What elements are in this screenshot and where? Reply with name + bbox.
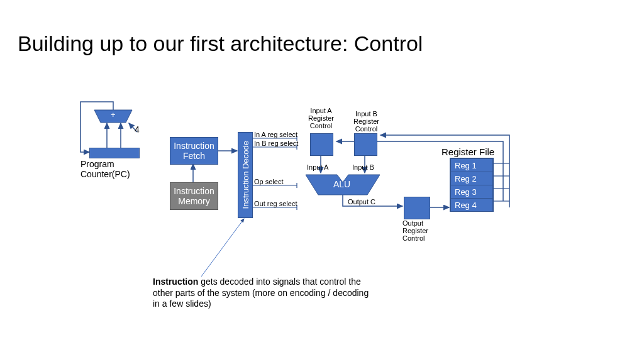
pc-label: Program Counter(PC): [80, 159, 130, 179]
register-file: Reg 1 Reg 2 Reg 3 Reg 4: [450, 158, 494, 212]
page-title: Building up to our first architecture: C…: [18, 31, 423, 56]
instruction-fetch-block: Instruction Fetch: [170, 137, 218, 165]
signal-in-b: In B reg select: [254, 140, 298, 147]
register-file-title: Register File: [441, 146, 494, 157]
alu-output-c-label: Output C: [348, 198, 375, 206]
input-a-register-control: [310, 133, 333, 156]
register-3: Reg 3: [450, 185, 493, 199]
output-register-control: [404, 197, 430, 219]
pc-increment-value: 4: [135, 124, 140, 134]
alu-label: ALU: [333, 179, 350, 189]
input-b-register-control-label: Input B Register Control: [349, 110, 384, 133]
annotation-bold: Instruction: [153, 277, 198, 287]
instruction-memory-block: Instruction Memory: [170, 182, 218, 210]
signal-out: Out reg select: [254, 200, 297, 207]
pc-register: [89, 148, 140, 158]
signal-in-a: In A reg select: [254, 131, 297, 138]
register-1: Reg 1: [450, 158, 493, 172]
adder-plus: +: [111, 110, 116, 119]
alu-input-a-label: Input A: [307, 163, 328, 171]
annotation-text: Instruction gets decoded into signals th…: [153, 277, 373, 310]
alu-input-b-label: Input B: [352, 163, 374, 171]
instruction-decode-block: Instruction Decode: [238, 132, 253, 218]
signal-op: Op select: [254, 178, 283, 185]
register-2: Reg 2: [450, 172, 493, 185]
output-register-control-label: Output Register Control: [402, 219, 428, 242]
instruction-decode-label: Instruction Decode: [241, 141, 250, 209]
input-a-register-control-label: Input A Register Control: [304, 107, 338, 129]
input-b-register-control: [354, 133, 377, 156]
register-4: Reg 4: [450, 198, 493, 212]
